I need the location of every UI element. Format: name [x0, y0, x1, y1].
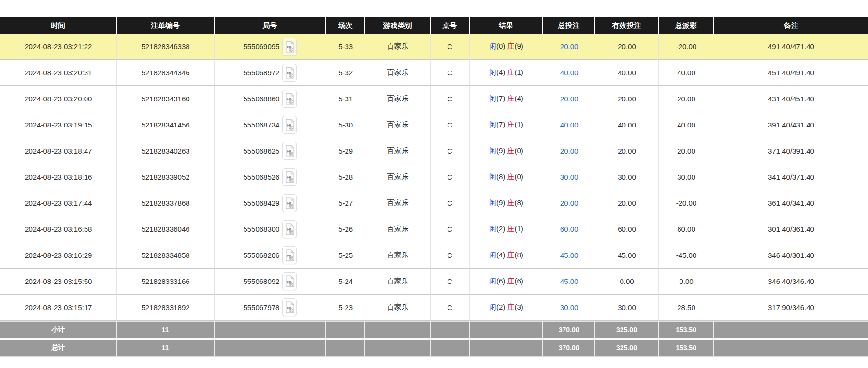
cell-round-id: 555068206: [215, 242, 327, 269]
video-replay-button[interactable]: [282, 298, 297, 316]
video-file-icon: [285, 249, 294, 261]
cell-time: 2024-08-23 03:21:22: [0, 34, 117, 60]
cell-summary-total-bet: 370.00: [543, 321, 595, 340]
total-bet-link[interactable]: 30.00: [560, 303, 579, 311]
table-row: 2024-08-23 03:20:31521828344346555068972…: [0, 60, 868, 86]
player-score: (9): [496, 146, 505, 155]
cell-table-no: C: [431, 34, 470, 60]
cell-round-id: 555068526: [215, 164, 327, 190]
banker-label: 庄: [507, 94, 514, 102]
cell-bet-id: 521828336046: [117, 216, 214, 242]
video-replay-button[interactable]: [282, 142, 297, 160]
video-file-icon: [285, 197, 294, 209]
round-id-group: 555068092: [243, 272, 297, 290]
banker-label: 庄: [507, 251, 514, 259]
cell-note: 346.40/301.40: [714, 242, 868, 269]
total-bet-link[interactable]: 45.00: [560, 251, 579, 259]
player-label: 闲: [489, 251, 496, 259]
cell-bet-id: 521828339052: [117, 164, 214, 190]
player-score: (2): [496, 303, 505, 311]
video-file-icon: [285, 301, 294, 313]
round-id-group: 555067978: [243, 298, 297, 316]
video-replay-button[interactable]: [282, 116, 297, 134]
cell-valid-bet: 20.00: [595, 86, 659, 112]
total-bet-link[interactable]: 30.00: [560, 173, 579, 181]
cell-table-no: C: [431, 112, 470, 138]
cell-summary-valid-bet: 325.00: [595, 321, 659, 340]
round-id-group: 555068526: [243, 168, 297, 186]
video-replay-button[interactable]: [282, 168, 297, 186]
player-score: (2): [496, 225, 505, 233]
cell-session: 5-30: [326, 112, 365, 138]
video-file-icon: [285, 275, 294, 287]
cell-table-no: C: [431, 190, 470, 216]
total-bet-link[interactable]: 20.00: [560, 147, 579, 155]
cell-result: 闲(4) 庄(8): [470, 242, 544, 269]
video-file-icon: [285, 171, 294, 183]
video-replay-button[interactable]: [282, 38, 297, 56]
player-label: 闲: [489, 277, 496, 285]
cell-note: 451.40/491.40: [714, 60, 868, 86]
cell-total-bet: 20.00: [543, 34, 595, 60]
video-replay-button[interactable]: [282, 90, 297, 108]
cell-note: 361.40/341.40: [714, 190, 868, 216]
cell-session: 5-26: [326, 216, 365, 242]
video-replay-button[interactable]: [282, 272, 297, 290]
cell-total-payout: 40.00: [659, 112, 714, 138]
cell-session: 5-24: [326, 269, 365, 295]
total-bet-link[interactable]: 20.00: [560, 199, 579, 207]
cell-table-no: C: [431, 138, 470, 164]
cell-game-type: 百家乐: [365, 60, 431, 86]
summary-row: 小计11370.00325.00153.50: [0, 321, 868, 340]
cell-time: 2024-08-23 03:15:17: [0, 295, 117, 321]
cell-summary-label: 小计: [0, 321, 117, 340]
cell-valid-bet: 45.00: [595, 242, 659, 269]
video-replay-button[interactable]: [282, 246, 297, 264]
total-bet-link[interactable]: 40.00: [560, 69, 579, 77]
cell-table-no: C: [431, 164, 470, 190]
cell-total-bet: 30.00: [543, 295, 595, 321]
total-bet-link[interactable]: 60.00: [560, 225, 579, 233]
cell-game-type: 百家乐: [365, 138, 431, 164]
cell-bet-id: 521828333166: [117, 269, 214, 295]
video-replay-button[interactable]: [282, 194, 297, 212]
cell-time: 2024-08-23 03:20:31: [0, 60, 117, 86]
cell-note: 371.40/391.40: [714, 138, 868, 164]
player-score: (6): [496, 277, 505, 285]
player-label: 闲: [489, 225, 496, 233]
player-label: 闲: [489, 198, 496, 207]
player-score: (4): [496, 68, 505, 76]
total-bet-link[interactable]: 45.00: [560, 277, 579, 285]
cell-session: 5-25: [326, 242, 365, 269]
cell-summary-payout: 153.50: [659, 321, 714, 340]
col-result: 结果: [470, 17, 544, 34]
banker-score: (0): [514, 146, 523, 155]
cell-result: 闲(4) 庄(1): [470, 60, 544, 86]
total-bet-link[interactable]: 20.00: [560, 42, 579, 51]
round-id-group: 555068860: [243, 90, 297, 108]
banker-label: 庄: [507, 146, 514, 155]
cell-bet-id: 521828337868: [117, 190, 214, 216]
cell-round-id: 555068625: [215, 138, 327, 164]
col-bet-id: 注单编号: [117, 17, 214, 34]
cell-session: 5-33: [326, 34, 365, 60]
col-round-id: 局号: [215, 17, 327, 34]
total-bet-link[interactable]: 20.00: [560, 95, 579, 103]
video-replay-button[interactable]: [282, 220, 297, 238]
round-id-group: 555068972: [243, 64, 297, 82]
video-replay-button[interactable]: [282, 64, 297, 82]
banker-label: 庄: [507, 42, 514, 50]
player-score: (7): [496, 120, 505, 128]
cell-note: 431.40/451.40: [714, 86, 868, 112]
cell-summary-empty: [326, 321, 365, 340]
total-bet-link[interactable]: 40.00: [560, 121, 579, 129]
player-label: 闲: [489, 172, 496, 181]
round-id-text: 555067978: [243, 303, 279, 311]
cell-time: 2024-08-23 03:15:50: [0, 269, 117, 295]
cell-result: 闲(6) 庄(6): [470, 269, 544, 295]
banker-score: (1): [514, 120, 523, 128]
cell-total-payout: 28.50: [659, 295, 714, 321]
video-file-icon: [285, 67, 294, 79]
table-row: 2024-08-23 03:19:15521828341456555068734…: [0, 112, 868, 138]
cell-summary-valid-bet: 325.00: [595, 340, 659, 357]
